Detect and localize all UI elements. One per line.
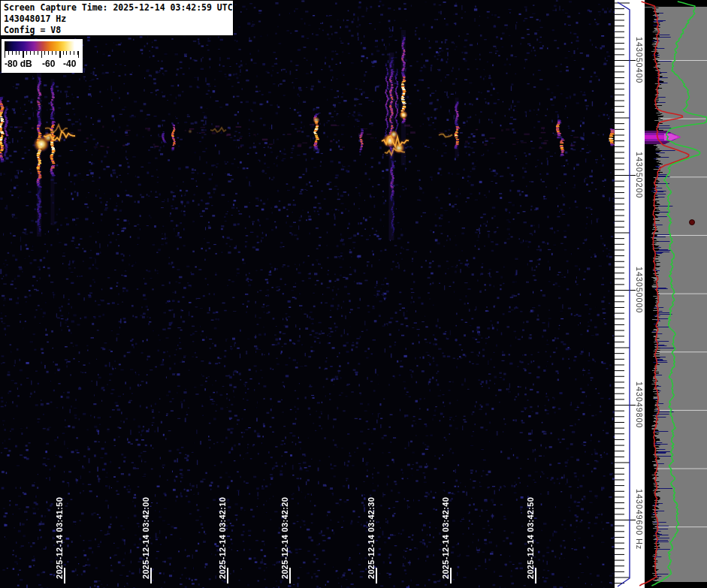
time-tick	[289, 568, 291, 583]
freq-label: 143049800	[635, 381, 644, 428]
waterfall-region	[0, 0, 615, 588]
time-tick	[535, 568, 536, 583]
spectrum-panel-region	[645, 0, 707, 588]
capture-info-box: Screen Capture Time: 2025-12-14 03:42:59…	[0, 0, 234, 36]
time-tick	[450, 568, 452, 583]
time-label: 2025-12-14 03:42:00	[141, 497, 150, 579]
scale-labels: -80 dB -60 -40	[2, 59, 83, 71]
scale-label-40db: -40	[63, 59, 76, 69]
time-tick	[64, 568, 65, 583]
time-tick	[150, 568, 152, 583]
capture-frequency-text: 143048017 Hz	[4, 14, 230, 25]
time-tick	[227, 568, 228, 583]
time-label: 2025-12-14 03:42:40	[441, 497, 450, 579]
freq-label: 143050200	[635, 152, 644, 198]
freq-label: 143050400	[635, 37, 644, 83]
time-label: 2025-12-14 03:41:50	[55, 497, 64, 579]
color-gradient-bar	[5, 41, 79, 51]
time-label: 2025-12-14 03:42:30	[367, 497, 376, 579]
scale-label-80db: -80 dB	[5, 59, 32, 69]
scale-minor-ticks	[5, 51, 80, 55]
db-color-scale: -80 dB -60 -40	[2, 39, 83, 73]
time-tick	[376, 568, 377, 583]
capture-time-text: Screen Capture Time: 2025-12-14 03:42:59…	[4, 2, 230, 14]
time-label: 2025-12-14 03:42:10	[218, 497, 227, 579]
scale-label-60db: -60	[42, 59, 55, 69]
freq-label: 143050000	[635, 267, 644, 313]
time-label: 2025-12-14 03:42:20	[280, 497, 289, 579]
config-text: Config = V8	[4, 25, 230, 36]
freq-label: 143049600 Hz	[635, 489, 644, 550]
time-label: 2025-12-14 03:42:50	[526, 497, 535, 579]
spectrum-monitor-window: Screen Capture Time: 2025-12-14 03:42:59…	[0, 0, 707, 588]
